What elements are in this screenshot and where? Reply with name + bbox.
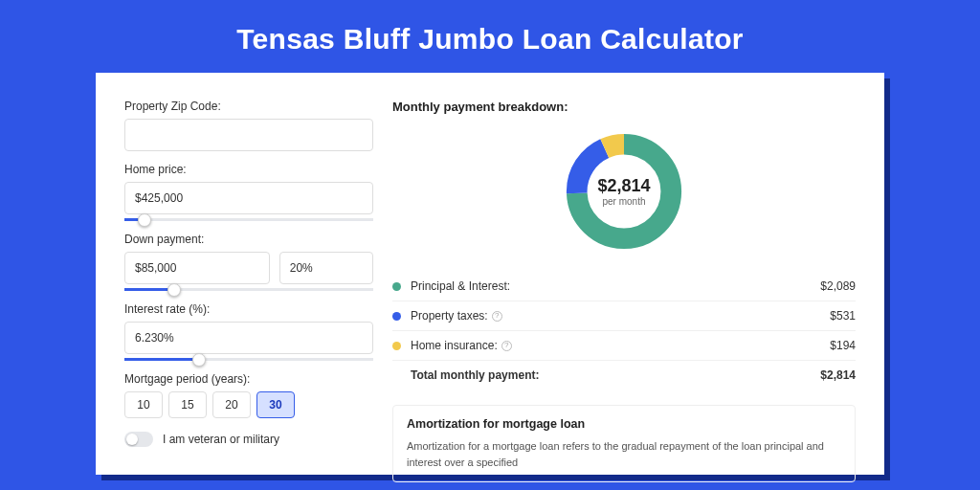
legend-row-pi: Principal & Interest:$2,089 (392, 271, 856, 301)
legend-dot-icon (392, 282, 401, 291)
legend-row-tax: Property taxes:?$531 (392, 301, 856, 330)
breakdown-title: Monthly payment breakdown: (392, 100, 856, 114)
legend-label: Principal & Interest: (411, 279, 820, 293)
legend-label: Property taxes:? (411, 309, 830, 323)
down-payment-amount-input[interactable] (124, 252, 270, 284)
slider-thumb-icon[interactable] (192, 353, 206, 367)
mortgage-period-field: Mortgage period (years): 10152030 (124, 372, 373, 418)
amortization-text: Amortization for a mortgage loan refers … (407, 438, 841, 470)
donut-sub: per month (602, 196, 645, 207)
breakdown-panel: Monthly payment breakdown: $2,814 per mo… (392, 100, 856, 475)
slider-thumb-icon[interactable] (167, 283, 181, 297)
form-panel: Property Zip Code: Home price: Down paym… (124, 100, 373, 475)
legend-value: $194 (830, 339, 856, 352)
legend-label: Home insurance:? (411, 339, 830, 352)
zip-input[interactable] (124, 119, 373, 151)
slider-thumb-icon[interactable] (138, 213, 151, 227)
info-icon[interactable]: ? (501, 341, 512, 351)
mortgage-period-30[interactable]: 30 (256, 391, 295, 418)
amortization-section: Amortization for mortgage loan Amortizat… (392, 405, 856, 482)
legend-row-ins: Home insurance:?$194 (392, 330, 856, 360)
legend-value: $2,089 (820, 279, 856, 293)
down-payment-field: Down payment: (124, 233, 373, 291)
mortgage-period-15[interactable]: 15 (168, 391, 207, 418)
legend-value: $531 (830, 309, 856, 323)
legend-total-label: Total monthly payment: (411, 368, 820, 382)
page-title: Tensas Bluff Jumbo Loan Calculator (0, 0, 980, 73)
legend-dot-icon (392, 342, 401, 350)
veteran-label: I am veteran or military (163, 433, 279, 446)
home-price-field: Home price: (124, 163, 373, 221)
interest-rate-field: Interest rate (%): (124, 302, 373, 361)
interest-rate-label: Interest rate (%): (124, 302, 373, 316)
breakdown-legend: Principal & Interest:$2,089Property taxe… (392, 271, 856, 390)
mortgage-period-options: 10152030 (124, 391, 373, 418)
zip-field: Property Zip Code: (124, 100, 373, 151)
donut-center: $2,814 per month (562, 129, 686, 254)
legend-total-value: $2,814 (820, 368, 856, 382)
donut-amount: $2,814 (597, 176, 650, 196)
calculator-card: Property Zip Code: Home price: Down paym… (96, 73, 884, 475)
legend-dot-icon (392, 312, 401, 321)
mortgage-period-10[interactable]: 10 (124, 391, 163, 418)
mortgage-period-20[interactable]: 20 (212, 391, 251, 418)
info-icon[interactable]: ? (492, 311, 502, 322)
down-payment-pct-input[interactable] (279, 252, 373, 284)
down-payment-slider[interactable] (124, 288, 373, 291)
down-payment-label: Down payment: (124, 233, 373, 246)
donut-chart: $2,814 per month (392, 122, 856, 271)
veteran-toggle[interactable] (124, 432, 153, 447)
home-price-label: Home price: (124, 163, 373, 176)
mortgage-period-label: Mortgage period (years): (124, 372, 373, 386)
zip-label: Property Zip Code: (124, 100, 373, 113)
legend-row-total: Total monthly payment:$2,814 (392, 360, 856, 390)
interest-rate-slider[interactable] (124, 358, 373, 361)
interest-rate-input[interactable] (124, 322, 373, 354)
amortization-title: Amortization for mortgage loan (407, 417, 841, 431)
home-price-slider[interactable] (124, 218, 373, 221)
veteran-field: I am veteran or military (124, 432, 373, 447)
home-price-input[interactable] (124, 182, 373, 214)
